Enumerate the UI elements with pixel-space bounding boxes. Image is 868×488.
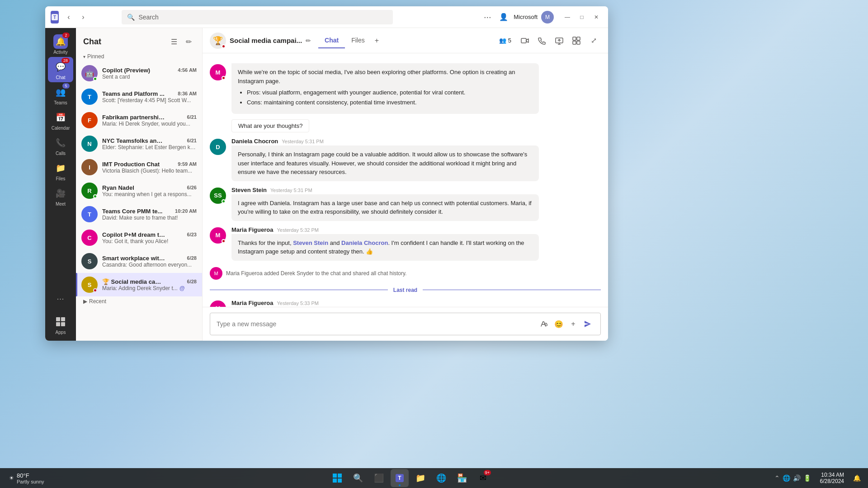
chat-item-copilot-pm[interactable]: C Copilot P+M dream team 6/23 You: Got i… [76,226,202,249]
sidebar-item-more[interactable]: ··· [48,286,73,312]
sidebar-label-chat: Chat [56,75,65,80]
add-tab-button[interactable]: + [371,33,382,48]
messages-area[interactable]: M While we're on the topic of social med… [203,53,608,307]
sidebar-item-chat[interactable]: 💬 28 Chat [48,57,73,82]
forward-button[interactable]: › [77,11,90,23]
tab-chat[interactable]: Chat [318,33,345,48]
sidebar-item-calls[interactable]: 📞 Calls [48,133,73,158]
taskbar-teams-button[interactable]: T [391,469,409,487]
new-chat-button[interactable]: ✏ [182,35,195,48]
format-button[interactable] [538,318,551,330]
tab-files[interactable]: Files [345,33,371,48]
attach-button[interactable]: + [567,318,580,330]
sidebar-item-meet[interactable]: 🎥 Meet [48,183,73,209]
task-view-button[interactable]: ⬛ [370,469,388,487]
send-button[interactable] [581,318,594,330]
msg-time-2: Yesterday 5:31 PM [282,139,324,144]
chat-item-copilot[interactable]: 🤖 Copilot (Preview) 4:56 AM Sent a card [76,61,202,85]
svg-rect-15 [338,479,342,483]
back-button[interactable]: ‹ [62,11,75,23]
sidebar-item-activity[interactable]: 🔔 2 Activity [48,32,73,57]
svg-rect-11 [577,41,580,44]
sidebar-label-activity: Activity [53,50,68,55]
chat-item-teams-core[interactable]: T Teams Core PMM te... 10:20 AM David: M… [76,202,202,226]
expand-button[interactable]: ⤢ [586,33,601,48]
msg-bullets-1: Pros: visual platform, engagement with y… [238,88,533,107]
chat-avatar-smart-workplace: S [81,253,98,269]
chat-item-fabrikam[interactable]: F Fabrikam partnership co... 6/21 Maria:… [76,108,202,132]
msg-avatar-1: M [210,64,226,80]
apps-button[interactable] [569,33,584,48]
network-icon[interactable]: 🌐 [783,474,790,482]
app-body: 🔔 2 Activity 💬 28 Chat 👥 5 Teams [45,28,608,341]
chevron-up-icon[interactable]: ⌃ [774,474,780,482]
file-explorer-button[interactable]: 📁 [411,469,429,487]
sidebar-item-apps[interactable]: Apps [48,312,73,337]
pinned-section-header[interactable]: ▾ Pinned [76,52,202,61]
message-input[interactable] [217,320,534,328]
msg-sender-4: Maria Figueroa [231,226,273,233]
msg-bubble-4: Thanks for the input, Steven Stein and D… [231,234,539,261]
svg-rect-10 [573,41,576,44]
svg-rect-12 [333,474,337,478]
sys-tray: ⌃ 🌐 🔊 🔋 [771,474,815,482]
audio-call-button[interactable] [535,33,549,48]
chat-info-teams-core: Teams Core PMM te... 10:20 AM David: Mak… [102,208,197,221]
chat-list-header: Chat ☰ ✏ [76,28,202,52]
weather-widget[interactable]: ☀ 80°F Partly sunny [4,472,50,484]
chat-item-teams-platform[interactable]: T Teams and Platform ... 8:36 AM Scott: … [76,85,202,108]
start-button[interactable] [328,469,346,487]
chat-item-ryan[interactable]: R Ryan Nadel 6/26 You: meaning when I ge… [76,179,202,202]
chat-item-nyc[interactable]: N NYC Teamsfolks and Alli... 6/21 Elder:… [76,132,202,155]
participants-button[interactable]: 👥 5 [495,35,515,46]
message-input-box: 😊 + [210,313,601,335]
chat-avatar-fabrikam: F [81,112,98,128]
minimize-button[interactable]: — [561,11,574,23]
profile-area: Microsoft M [514,11,554,23]
edge-button[interactable]: 🌐 [432,469,450,487]
recent-section-header[interactable]: ▶ Recent [76,296,202,306]
speaker-icon[interactable]: 🔊 [793,474,801,482]
chat-avatar-copilot-pm: C [81,230,98,246]
chat-title-area: 🏆 Social media campai... ✏ Chat Files + [210,33,490,49]
user-avatar[interactable]: M [541,11,554,23]
chat-item-social-media[interactable]: S 🏆 Social media camp... 6/28 Maria: Add… [76,273,202,296]
screenshare-button[interactable] [552,33,566,48]
sidebar-label-apps: Apps [56,330,66,335]
system-message-1: M Maria Figueroa added Derek Snyder to t… [203,263,608,283]
msg-quote-1: What are your thoughts? [231,119,309,132]
calls-icon: 📞 [53,136,68,150]
search-bar[interactable]: 🔍 Search [122,10,393,24]
notification-icon[interactable]: 🔔 [849,474,864,482]
status-dot-copilot [93,77,97,81]
maximize-button[interactable]: □ [576,11,588,23]
store-button[interactable]: 🏪 [453,469,471,487]
svg-rect-5 [61,322,65,326]
sidebar-item-files[interactable]: 📁 Files [48,158,73,183]
svg-rect-13 [338,474,342,478]
participants-count: 5 [508,37,511,44]
mention-badge: @ [179,285,185,291]
msg-content-1: While we're on the topic of social media… [231,63,601,132]
video-call-button[interactable] [518,33,532,48]
close-button[interactable]: ✕ [590,11,603,23]
clock-time: 10:34 AM [820,472,844,478]
edit-name-icon[interactable]: ✏ [306,37,311,44]
chat-item-imt[interactable]: I IMT Production Chat 9:59 AM Victoria B… [76,155,202,179]
clock-widget[interactable]: 10:34 AM 6/28/2024 [816,472,848,484]
sidebar-item-teams[interactable]: 👥 5 Teams [48,82,73,108]
battery-icon[interactable]: 🔋 [803,474,811,482]
chat-avatar-teams-core: T [81,206,98,222]
chat-item-smart-workplace[interactable]: S Smart workplace with Te... 6/28 Casand… [76,249,202,273]
emoji-button[interactable]: 😊 [552,318,565,330]
msg-content-2: Daniela Chocron Yesterday 5:31 PM Person… [231,138,601,181]
more-options-button[interactable]: ··· [481,11,494,23]
profile-search-button[interactable]: 👤 [497,11,510,23]
taskbar-search-button[interactable]: 🔍 [349,469,367,487]
filter-button[interactable]: ☰ [168,35,180,48]
sidebar-item-calendar[interactable]: 📅 Calendar [48,108,73,133]
chat-info-copilot: Copilot (Preview) 4:56 AM Sent a card [102,67,197,80]
chat-info-fabrikam: Fabrikam partnership co... 6/21 Maria: H… [102,114,197,127]
taskbar-center: 🔍 ⬛ T 📁 🌐 🏪 ✉ 9+ [52,469,769,487]
msg-meta-3: Steven Stein Yesterday 5:31 PM [231,187,601,193]
